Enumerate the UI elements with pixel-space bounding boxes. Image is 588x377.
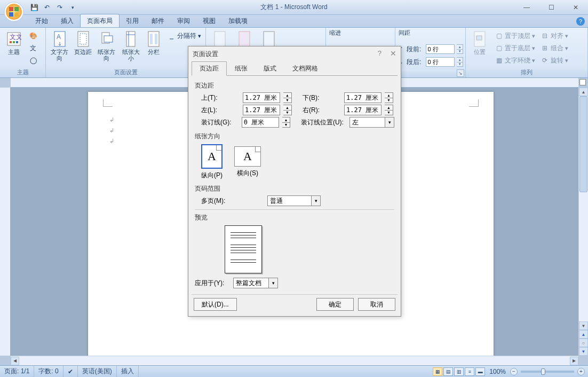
hscroll-left-button[interactable]: ◀ (11, 357, 19, 365)
zoom-slider[interactable] (521, 371, 574, 373)
zoom-level[interactable]: 100% (486, 368, 509, 375)
align-button[interactable]: ⊟对齐 ▾ (538, 30, 570, 42)
bottom-input[interactable] (344, 92, 382, 103)
dialog-help-button[interactable]: ? (378, 49, 382, 57)
top-spinner[interactable]: ▲▼ (283, 92, 292, 103)
after-input[interactable] (426, 57, 455, 67)
dialog-title: 页面设置 (193, 50, 218, 59)
top-input[interactable] (243, 92, 280, 103)
paragraph-mark: ↲ (109, 116, 114, 123)
status-mode[interactable]: 插入 (117, 366, 139, 377)
help-button[interactable]: ? (576, 17, 585, 26)
dlg-tab-paper[interactable]: 纸张 (227, 61, 256, 75)
colors-button[interactable]: 🎨 (27, 30, 39, 42)
svg-rect-22 (155, 34, 157, 44)
view-draft[interactable]: ▬ (475, 367, 485, 376)
close-button[interactable]: ✕ (563, 0, 588, 15)
rotate-button[interactable]: ⟳旋转 ▾ (538, 54, 570, 66)
tab-view[interactable]: 视图 (196, 14, 222, 27)
tab-home[interactable]: 开始 (29, 14, 54, 27)
text-direction-button[interactable]: A 文字方向 (48, 29, 71, 63)
zoom-thumb[interactable] (541, 368, 545, 375)
tab-insert[interactable]: 插入 (54, 14, 80, 27)
maximize-button[interactable]: ☐ (539, 0, 563, 15)
bring-front-button[interactable]: ▢置于顶层 ▾ (492, 30, 537, 42)
columns-icon (145, 30, 162, 48)
gutter-input[interactable] (242, 117, 279, 128)
vertical-scrollbar[interactable]: ▲ ▼ ▲ ○ ▼ (578, 88, 588, 356)
margin-mark-tr (469, 99, 479, 107)
status-words[interactable]: 字数: 0 (34, 366, 63, 377)
browse-prev-button[interactable]: ▲ (579, 330, 588, 339)
horizontal-scrollbar[interactable]: ◀ ▶ (11, 356, 578, 365)
ruler-toggle[interactable] (579, 79, 586, 85)
qat-customize-icon[interactable]: ▾ (67, 2, 78, 13)
scroll-down-button[interactable]: ▼ (579, 321, 588, 330)
qat-save-icon[interactable]: 💾 (29, 2, 39, 13)
landscape-option[interactable]: A 横向(S) (234, 144, 261, 180)
status-proof[interactable]: ✔ (63, 366, 78, 377)
para-launcher[interactable]: ↘ (457, 69, 464, 77)
view-full-reading[interactable]: ▤ (443, 367, 453, 376)
scroll-thumb[interactable] (579, 96, 587, 192)
dialog-title-bar[interactable]: 页面设置 ? ✕ (188, 46, 401, 61)
gutter-pos-select[interactable]: 左 (349, 117, 394, 128)
zoom-in-button[interactable]: + (577, 368, 585, 375)
tab-references[interactable]: 引用 (120, 14, 145, 27)
breaks-button[interactable]: ⎯分隔符 ▾ (165, 30, 203, 42)
minimize-button[interactable]: — (514, 0, 539, 15)
status-language[interactable]: 英语(美国) (78, 366, 117, 377)
before-spinner[interactable]: ▲▼ (457, 44, 463, 54)
right-label: 右(R): (303, 106, 341, 115)
right-input[interactable] (344, 105, 382, 115)
effects-button[interactable]: ◯ (27, 54, 39, 66)
columns-button[interactable]: 分栏 (144, 29, 164, 57)
tab-addins[interactable]: 加载项 (222, 14, 254, 27)
default-button[interactable]: 默认(D)... (194, 298, 237, 311)
browse-object-button[interactable]: ○ (579, 339, 588, 347)
margins-button[interactable]: 页边距 (73, 29, 94, 57)
view-outline[interactable]: ≡ (465, 367, 474, 376)
vertical-ruler[interactable] (0, 88, 11, 356)
group-objects-button[interactable]: ⊞组合 ▾ (538, 42, 570, 54)
orientation-button[interactable]: 纸张方向 (95, 29, 118, 63)
tab-pagelayout[interactable]: 页面布局 (80, 14, 120, 27)
gutter-spinner[interactable]: ▲▼ (282, 117, 291, 128)
apply-select[interactable]: 整篇文档 (233, 278, 278, 288)
multi-select[interactable]: 普通 (267, 195, 321, 206)
dlg-tab-margins[interactable]: 页边距 (192, 61, 227, 76)
right-spinner[interactable]: ▲▼ (385, 105, 393, 115)
status-page[interactable]: 页面: 1/1 (0, 366, 34, 377)
dialog-close-button[interactable]: ✕ (390, 49, 396, 58)
qat-undo-icon[interactable]: ↶ (42, 2, 52, 13)
multi-label: 多页(M): (201, 197, 233, 206)
office-button[interactable] (3, 1, 25, 22)
send-back-button[interactable]: ▢置于底层 ▾ (492, 42, 537, 54)
dlg-tab-layout[interactable]: 版式 (256, 61, 284, 75)
before-input[interactable] (426, 44, 455, 54)
after-spinner[interactable]: ▲▼ (457, 57, 463, 67)
bottom-spinner[interactable]: ▲▼ (385, 92, 393, 103)
ok-button[interactable]: 确定 (316, 298, 354, 311)
view-print-layout[interactable]: ▦ (433, 367, 442, 376)
fonts-button[interactable]: 文 (27, 42, 39, 54)
margin-mark-tl (103, 99, 113, 107)
view-web[interactable]: ▥ (454, 367, 464, 376)
qat-redo-icon[interactable]: ↷ (54, 2, 65, 13)
dlg-tab-grid[interactable]: 文档网格 (284, 61, 326, 75)
zoom-out-button[interactable]: − (510, 368, 518, 375)
apply-label: 应用于(Y): (195, 279, 230, 288)
text-wrap-button[interactable]: ▦文字环绕 ▾ (492, 54, 537, 66)
browse-next-button[interactable]: ▼ (579, 347, 588, 356)
themes-button[interactable]: 文文 主题 (2, 29, 26, 57)
size-button[interactable]: 纸张大小 (119, 29, 142, 63)
left-input[interactable] (243, 105, 280, 115)
position-button[interactable]: 位置 (468, 29, 491, 57)
portrait-option[interactable]: A 纵向(P) (201, 144, 223, 180)
cancel-button[interactable]: 取消 (358, 298, 395, 311)
scroll-up-button[interactable]: ▲ (579, 88, 588, 96)
left-spinner[interactable]: ▲▼ (283, 105, 292, 115)
tab-review[interactable]: 审阅 (171, 14, 196, 27)
hscroll-right-button[interactable]: ▶ (570, 357, 578, 365)
tab-mailings[interactable]: 邮件 (145, 14, 171, 27)
